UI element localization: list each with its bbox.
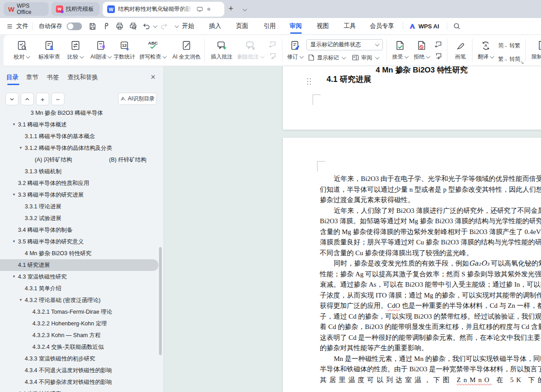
menu-tab-tools[interactable]: 工具 <box>344 18 356 34</box>
toc-item[interactable]: 3.1.1 稀磁半导体的基本概念 <box>0 131 164 142</box>
toc-item[interactable]: ▼ 3.1.2 稀磁半导体的晶体结构及分类 <box>0 142 164 154</box>
document-text-line[interactable]: 性能；掺杂 Ag 可以提高其激子复合效率；然而 S 掺杂则导致其紫外发光强度的 <box>320 269 541 280</box>
translate-button[interactable]: A 翻译 <box>476 38 496 64</box>
document-text-line[interactable]: 半导体和铁磁体的性质。由于 Bi2O3 是一种宽禁带半导体材料，所以预言了通过 <box>320 364 541 375</box>
insert-comment-button[interactable]: 插入批注 <box>209 38 234 64</box>
toc-collapse-arrow-icon[interactable]: ▼ <box>12 236 16 248</box>
restrict-editing-button[interactable]: 限制编辑 <box>529 38 541 64</box>
markup-state-dropdown[interactable]: 显示标记的最终状态 <box>306 39 383 50</box>
toc-collapse-arrow-icon[interactable]: ▼ <box>12 189 16 201</box>
menu-tab-view[interactable]: 视图 <box>317 18 329 34</box>
toc-expand-button[interactable] <box>5 93 18 105</box>
toc-item[interactable]: 3 Mn 掺杂 Bi2O3 稀磁半导体 <box>0 107 164 119</box>
toc-item[interactable]: 4.3.4 不同退火温度对铁磁性的影响 <box>0 365 164 376</box>
save-button[interactable] <box>87 21 97 31</box>
toc-item[interactable]: ▼ 3.1 稀磁半导体概述 <box>0 119 164 131</box>
more-commands-chevron[interactable] <box>175 23 179 28</box>
reject-revision-button[interactable]: 拒绝 <box>412 38 432 64</box>
toc-item[interactable]: 4.3.2.1 Tomas-Fermi-Dirae 理论 <box>0 306 164 318</box>
print-preview-button[interactable] <box>128 21 138 31</box>
document-text-line[interactable]: 获得更加广泛的应用。CdO 也是一种重要的半导体材料，Cd 与 Zn 一样，都是 <box>320 301 541 311</box>
redo-button-disabled[interactable] <box>159 21 168 31</box>
document-page-1[interactable]: 4 Mn 掺杂 Bi2O3 特性研究 4.1 研究进展 <box>283 66 541 130</box>
toc-item[interactable]: 4.3.2.4 交换-关联能函数近似 <box>0 341 164 353</box>
compare-button[interactable]: 比较 <box>65 38 86 64</box>
tab-docer-templates[interactable]: W 找稻壳模板 <box>51 2 100 16</box>
tab-document-active[interactable]: W 结构对称性对氧化铋能带的影 <box>103 2 224 17</box>
document-body[interactable]: 近年来，Bi2O3 由于在电子学、光学和光子学等领域的优异性能而倍受关注们知道，… <box>320 174 541 385</box>
proofread-button[interactable]: 校对 <box>10 38 33 64</box>
paragraph-drag-handle-icon[interactable] <box>306 77 311 85</box>
document-text-line[interactable]: 掺杂过渡金属元素来获得磁性。 <box>320 195 541 206</box>
export-pdf-icon[interactable] <box>101 21 111 31</box>
document-page-2[interactable]: 近年来，Bi2O3 由于在电子学、光学和光子学等领域的优异性能而倍受关注们知道，… <box>283 138 541 392</box>
group-expand-arrow-icon[interactable]: ↘ <box>520 59 524 65</box>
toc-item[interactable]: 3.3.2 试验进展 <box>0 212 164 224</box>
review-pane-button[interactable]: 审阅 <box>351 52 379 63</box>
toc-item[interactable]: 3.2 稀磁半导体的性质和应用 <box>0 177 164 189</box>
ai-recognize-toc-button[interactable]: AI识别目录 <box>118 93 157 105</box>
toc-item[interactable]: 4.3.2.3 Kohn — Sham 方程 <box>0 329 164 341</box>
sidebar-tab-chapters[interactable]: 章节 <box>26 66 38 89</box>
sidebar-scrollbar-thumb[interactable] <box>159 247 162 355</box>
toc-item[interactable]: ▼ 4.4 光学特性研究 <box>0 388 164 392</box>
document-text-line[interactable]: 子浓度，从而实现 ITO 薄膜；通过 Mg 的掺杂，可以实现对其能带的调制作用 <box>320 290 541 301</box>
toc-collapse-arrow-icon[interactable]: ▼ <box>19 142 23 154</box>
toc-collapse-arrow-icon[interactable]: ▼ <box>19 294 23 306</box>
toc-zoom-in-button[interactable]: + <box>36 93 49 105</box>
simplified-to-traditional-button[interactable]: 简→ 转繁 <box>498 40 520 51</box>
undo-button[interactable] <box>141 21 151 31</box>
next-revision-button[interactable] <box>433 51 443 61</box>
file-menu[interactable]: 文件 <box>6 18 28 34</box>
print-button[interactable] <box>114 21 124 31</box>
document-text-line[interactable]: 这表明了 Cd 是一种很好的能带调制掺杂元素。然而，在本论文中我们主要探 <box>320 333 541 343</box>
previous-comment-button[interactable] <box>268 40 277 50</box>
new-tab-button[interactable]: + <box>228 4 233 14</box>
toc-item[interactable]: 4.3.2.2 Hohenberg-Kohn 定理 <box>0 318 164 329</box>
toc-item[interactable]: ▼ 3.3 稀磁半导体的研究进展 <box>0 189 164 201</box>
document-text-line[interactable]: 子，通过 Cd 的掺杂，可以实现 Bi2O3 的禁带红移。经过试验验证，我们观察… <box>320 311 541 322</box>
accept-revision-button[interactable]: 接受 <box>390 38 410 64</box>
sidebar-tab-contents[interactable]: 目录 <box>6 66 18 89</box>
document-text-line[interactable]: 含量的 Mg 掺杂使得薄膜的带边紫外发射峰相对于 Bi2O3 薄膜产生了 0.4… <box>320 227 541 238</box>
toc-item[interactable]: 4.1 研究进展 <box>0 259 159 271</box>
document-text-line[interactable]: 着 Cd 的掺杂，Bi2O3 的能带明显发生而来红移，并且红移的程度与 Cd 含… <box>320 322 541 333</box>
document-text-line[interactable]: 衰减。通过掺杂 As，可以在 Bi2O3 能带中引入受主能级；通过掺 In，可以… <box>320 279 541 290</box>
sidebar-close-icon[interactable]: × <box>150 72 155 81</box>
menu-tab-insert[interactable]: 插入 <box>209 18 221 34</box>
show-markup-button[interactable]: 显示标记 <box>307 52 346 63</box>
document-text-line[interactable]: 的掺杂对其性能等产生的重要影响。 <box>320 343 541 354</box>
next-comment-button[interactable] <box>268 51 277 61</box>
toc-collapse-button[interactable] <box>21 93 34 105</box>
word-count-button[interactable]: 12 字数统计 <box>111 38 138 64</box>
previous-revision-button[interactable] <box>433 40 443 50</box>
toc-item[interactable]: ▼ 3.5 稀磁半导体的研究意义 <box>0 236 164 248</box>
tab-list-chevron[interactable] <box>241 5 246 14</box>
tab-wps-home[interactable]: W WPS Office <box>4 2 49 16</box>
ai-polish-button[interactable]: AI 全文润色 <box>168 38 205 64</box>
menu-tab-reference[interactable]: 引用 <box>264 18 276 34</box>
document-text-line[interactable]: 同时，掺杂是改变发光性质的有效手段，例如Ga₂O₃ 可以高氧化铋的紫外 <box>320 258 541 269</box>
menu-tab-page[interactable]: 页面 <box>236 18 248 34</box>
undo-dropdown-chevron[interactable] <box>153 23 158 28</box>
toc-item[interactable]: 4.3.4 不同掺杂浓度对铁磁性的影响 <box>0 376 164 388</box>
toc-item[interactable]: 3.4 稀磁半导体的制备 <box>0 224 164 236</box>
toc-zoom-out-button[interactable]: − <box>51 93 64 105</box>
ai-read-aloud-button[interactable]: AI朗读 <box>87 38 114 64</box>
toc-item[interactable]: 4 Mn 掺杂 Bi2O3 特性研究 <box>0 248 164 259</box>
autosave-toggle[interactable] <box>67 23 82 30</box>
toc-collapse-arrow-icon[interactable]: ▼ <box>12 388 16 392</box>
pen-button[interactable]: 画笔 <box>450 38 470 64</box>
toc-collapse-arrow-icon[interactable]: ▼ <box>12 271 16 283</box>
track-changes-button[interactable]: 修订 <box>286 38 305 64</box>
toc-item[interactable]: 4.3.1 简单介绍 <box>0 283 164 294</box>
toc-item[interactable]: 4.3.3 室温铁磁性的初步研究 <box>0 353 164 365</box>
toc-collapse-arrow-icon[interactable]: ▼ <box>12 119 16 131</box>
spell-check-button[interactable]: ABC 拼写检查 <box>139 38 167 64</box>
document-text-line[interactable]: 其居里温度可以到达室温，下图 ZnMnO 在 5K 下的磁滞回 <box>320 375 541 386</box>
document-text-line[interactable]: 近年来，人们除了对 Bi2O3 薄膜进行广泛的研究外，还研究了不同金属掺杂 <box>320 206 541 216</box>
wps-ai-button[interactable]: WPS AI <box>409 18 439 34</box>
menu-tab-member[interactable]: 会员专享 <box>370 18 394 34</box>
toc-item[interactable]: ▼ 4.3 室温铁磁性研究 <box>0 271 164 283</box>
document-text-line[interactable]: 们知道，半导体可以通过少量 n 型或者是 p 型掺杂改变其特性，因此人们想到了 <box>320 185 541 195</box>
